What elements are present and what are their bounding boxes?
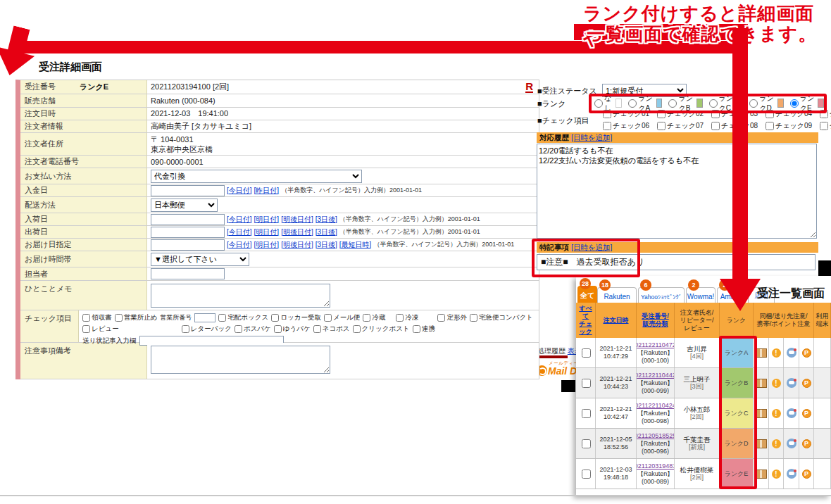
row-checkbox[interactable]	[582, 348, 591, 358]
rank-radio[interactable]	[594, 99, 603, 108]
checkbox[interactable]	[324, 314, 332, 322]
detail-check-chip[interactable]: ゆうパケ	[274, 325, 311, 334]
ship-date-input[interactable]	[151, 227, 225, 238]
rank-radio[interactable]	[709, 99, 718, 108]
side-check-item[interactable]: チェック07	[657, 121, 711, 131]
checkbox[interactable]	[235, 325, 242, 333]
add-datetime-link[interactable]: [日時を追加]	[571, 133, 613, 141]
order-row[interactable]: 2021-12-2110:47:2920211221104729【Rakuten…	[576, 338, 831, 368]
time-band-select[interactable]: ▼選択して下さい	[151, 253, 249, 266]
row-checkbox[interactable]	[582, 439, 591, 448]
rank-radio[interactable]	[628, 99, 637, 108]
checkbox[interactable]	[182, 325, 189, 333]
side-check-item[interactable]: チェック02	[657, 109, 711, 119]
order-row[interactable]: 2021-12-2110:44:2320211221104423【Rakuten…	[576, 368, 831, 398]
checkbox[interactable]	[766, 110, 774, 118]
order-number-link[interactable]: 20211203194818	[637, 462, 675, 470]
checkbox[interactable]	[711, 122, 720, 130]
notes-value-field[interactable]: ■注意■ 過去受取拒否あり	[537, 254, 816, 270]
side-check-item[interactable]: チェック04	[766, 109, 820, 119]
row-checkbox[interactable]	[582, 379, 591, 388]
detail-check-chip[interactable]: レターパック	[182, 325, 232, 334]
detail-check-chip[interactable]: 宅配ボックス	[218, 313, 268, 322]
yesterday-link[interactable]: [昨日付]	[254, 186, 280, 196]
tab-Rakuten[interactable]: Rakuten18	[597, 287, 637, 303]
detail-check-chip[interactable]: ネコポス	[313, 325, 350, 334]
checkbox[interactable]	[363, 314, 370, 322]
detail-check-chip[interactable]: メール便	[324, 313, 360, 322]
list-header-cell[interactable]: 注文日時	[596, 303, 637, 338]
checkbox[interactable]	[82, 314, 90, 322]
three-days-link[interactable]: [3日後]	[315, 215, 337, 225]
today-link[interactable]: [今日付]	[227, 215, 252, 225]
tomorrow-link[interactable]: [明日付]	[254, 227, 280, 237]
today-link[interactable]: [今日付]	[227, 240, 252, 250]
tab-全て[interactable]: 全て28	[577, 286, 597, 303]
list-header-cell[interactable]: 受注番号/ 販売分類	[637, 303, 675, 338]
checkbox[interactable]	[115, 314, 123, 322]
order-row[interactable]: 2021-12-0518:52:5620211205185256【Rakuten…	[576, 429, 831, 459]
add-datetime-link[interactable]: [日時を追加]	[571, 243, 613, 251]
checkbox[interactable]	[313, 325, 321, 333]
detail-check-chip[interactable]: 定形外	[437, 313, 467, 322]
detail-check-chip[interactable]: ポスパケ	[235, 325, 271, 334]
checkbox[interactable]	[396, 314, 404, 322]
detail-check-chip[interactable]: 冷凍	[396, 313, 418, 322]
office-no-input[interactable]	[194, 313, 215, 322]
checkbox[interactable]	[413, 325, 420, 333]
day-after-link[interactable]: [明後日付]	[281, 227, 313, 237]
sort-link[interactable]: すべて チェック	[576, 305, 595, 336]
tab-Yahooｼｮｯﾋﾟﾝｸﾞ[interactable]: Yahooｼｮｯﾋﾟﾝｸﾞ6	[638, 287, 685, 303]
checkbox[interactable]	[820, 110, 828, 118]
history-textarea[interactable]: 12/20電話するも不在 12/22支払い方法変更依頼の電話をするも不在	[537, 144, 817, 239]
checkbox[interactable]	[82, 325, 90, 333]
checkbox[interactable]	[218, 314, 226, 322]
detail-check-chip[interactable]: 営業所止め	[115, 313, 158, 322]
detail-check-chip[interactable]: ロッカー受取	[271, 313, 321, 322]
row-checkbox[interactable]	[582, 409, 591, 418]
delivery-date-input[interactable]	[151, 239, 225, 251]
checkbox[interactable]	[657, 122, 666, 130]
checkbox[interactable]	[437, 314, 445, 322]
checkbox[interactable]	[353, 325, 361, 333]
payment-select[interactable]: 代金引換	[151, 170, 362, 183]
rank-radio[interactable]	[668, 99, 677, 108]
sort-link[interactable]: 注文日時	[604, 317, 629, 325]
earliest-link[interactable]: [最短日時]	[339, 240, 372, 250]
rank-radio[interactable]	[749, 99, 758, 108]
side-check-item[interactable]: チェック09	[766, 121, 820, 131]
tomorrow-link[interactable]: [明日付]	[254, 240, 280, 250]
list-header-cell[interactable]: すべて チェック	[576, 303, 596, 338]
order-number-link[interactable]: 20211205185256	[637, 432, 675, 440]
row-checkbox[interactable]	[582, 470, 591, 479]
detail-check-chip[interactable]: 領収書	[82, 313, 112, 322]
sort-link[interactable]: 受注番号/ 販売分類	[642, 313, 669, 328]
today-link[interactable]: [今日付]	[227, 227, 252, 237]
order-row[interactable]: 2021-12-0319:48:1820211203194818【Rakuten…	[576, 459, 831, 489]
rank-radio[interactable]	[790, 99, 799, 108]
side-check-item[interactable]: チェック01	[603, 109, 657, 119]
checkbox[interactable]	[603, 122, 611, 130]
order-row[interactable]: 2021-12-2110:42:4720211221104247【Rakuten…	[576, 398, 831, 429]
today-link[interactable]: [今日付]	[227, 186, 252, 196]
deposit-date-input[interactable]	[151, 185, 225, 196]
memo-textarea[interactable]	[151, 284, 330, 308]
checkbox[interactable]	[820, 122, 828, 130]
order-number-link[interactable]: 20211221104729	[637, 341, 675, 349]
tomorrow-link[interactable]: [明日付]	[254, 215, 280, 225]
day-after-link[interactable]: [明後日付]	[281, 215, 313, 225]
checkbox[interactable]	[274, 325, 282, 333]
checkbox[interactable]	[603, 110, 611, 118]
detail-check-chip[interactable]: レビュー	[82, 325, 119, 334]
three-days-link[interactable]: [3日後]	[315, 227, 337, 237]
side-check-item[interactable]: チェック05	[820, 109, 831, 119]
checkbox[interactable]	[271, 314, 279, 322]
detail-check-chip[interactable]: クリックポスト	[353, 325, 410, 334]
remarks-textarea[interactable]	[151, 346, 330, 374]
three-days-link[interactable]: [3日後]	[315, 240, 337, 250]
checkbox[interactable]	[711, 110, 720, 118]
checkbox[interactable]	[766, 122, 774, 130]
staff-input[interactable]	[151, 268, 225, 279]
detail-check-chip[interactable]: 冷蔵	[363, 313, 385, 322]
side-check-item[interactable]: チェック10	[820, 121, 831, 131]
